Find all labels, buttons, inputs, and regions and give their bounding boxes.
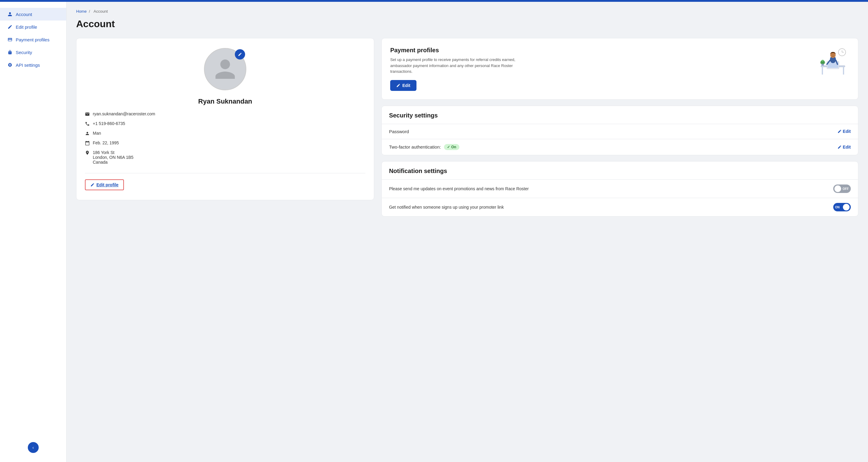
tfa-edit-link[interactable]: Edit [837,145,851,150]
tfa-row: Two-factor authentication: ✓ On Edit [382,139,858,155]
sidebar-item-api-settings[interactable]: API settings [0,59,66,71]
notif-label-0: Please send me updates on event promotio… [389,186,529,191]
notif-toggle-knob-1 [843,204,849,210]
person-icon [7,11,13,17]
payment-icon [7,37,13,42]
payment-card-content: Payment profiles Set up a payment profil… [390,47,796,91]
sidebar-item-api-label: API settings [16,63,40,68]
main-content: Home / Account Account Ryan Sukn [66,2,868,462]
svg-point-11 [834,55,834,55]
sidebar-item-payment-profiles[interactable]: Payment profiles [0,33,66,46]
email-icon [85,112,90,118]
breadcrumb-separator: / [89,9,90,13]
profile-name: Ryan Suknandan [85,98,365,105]
notif-toggle-on-label-1: ON [835,205,840,209]
svg-point-10 [832,55,832,55]
avatar-wrapper [204,48,246,90]
security-settings-card: Security settings Password Edit Two-fact… [381,106,858,155]
avatar-edit-button[interactable] [235,49,245,60]
profile-dob: Feb. 22, 1995 [93,140,119,145]
password-edit-link[interactable]: Edit [837,129,851,134]
payment-heading: Payment profiles [390,47,796,54]
tfa-status-badge: ✓ On [444,144,459,150]
password-label: Password [389,129,409,134]
profile-gender-row: Man [85,131,365,137]
profile-gender: Man [93,131,101,136]
tfa-edit-icon [837,145,842,149]
tfa-status-text: On [451,145,456,149]
page-title: Account [76,19,858,30]
sidebar-collapse-button[interactable]: ‹ [28,442,39,453]
notif-label-1: Get notified when someone signs up using… [389,205,504,209]
tfa-edit-label: Edit [843,145,851,150]
sidebar-item-security[interactable]: Security [0,46,66,59]
tfa-label: Two-factor authentication: [389,144,441,150]
svg-point-16 [820,61,823,64]
notif-toggle-1[interactable]: ON [833,203,851,211]
svg-rect-4 [822,67,823,74]
profile-address-line3: Canada [93,160,133,165]
avatar-person-icon [213,57,237,81]
phone-icon [85,121,90,127]
password-edit-label: Edit [843,129,851,134]
gender-icon [85,131,90,137]
profile-address-line2: London, ON N6A 1B5 [93,155,133,160]
lock-icon [7,50,13,55]
edit-profile-label: Edit profile [96,183,119,187]
tfa-left: Two-factor authentication: ✓ On [389,144,459,150]
right-column: Payment profiles Set up a payment profil… [381,38,858,217]
payment-edit-label: Edit [402,83,410,88]
profile-address-line1: 186 York St [93,150,133,155]
profile-dob-row: Feb. 22, 1995 [85,140,365,146]
notif-toggle-track-0[interactable]: OFF [833,185,851,193]
edit-icon [90,183,95,187]
notif-row-0: Please send me updates on event promotio… [382,179,858,198]
profile-info: ryan.suknandan@raceroster.com +1 519-860… [85,111,365,165]
profile-card: Ryan Suknandan ryan.suknandan@raceroster… [76,38,374,200]
profile-edit-btn-row: Edit profile [85,173,365,190]
breadcrumb-current: Account [94,9,108,13]
profile-address: 186 York St London, ON N6A 1B5 Canada [93,150,133,165]
profile-phone: +1 519-860-6735 [93,121,125,126]
sidebar-item-account[interactable]: Account [0,8,66,21]
content-grid: Ryan Suknandan ryan.suknandan@raceroster… [76,38,858,217]
notif-row-1: Get notified when someone signs up using… [382,198,858,216]
payment-illustration [801,47,849,77]
payment-profiles-card: Payment profiles Set up a payment profil… [381,38,858,100]
password-row: Password Edit [382,124,858,139]
profile-address-row: 186 York St London, ON N6A 1B5 Canada [85,150,365,165]
sidebar: Account Edit profile Payment profiles Se… [0,2,66,462]
gear-icon [7,62,13,68]
edit-profile-icon [7,24,13,30]
notif-toggle-knob-0 [834,186,841,192]
security-heading: Security settings [382,106,858,124]
svg-rect-5 [843,67,844,74]
notif-toggle-0[interactable]: OFF [833,185,851,193]
breadcrumb: Home / Account [76,9,858,13]
payment-edit-button[interactable]: Edit [390,80,416,91]
breadcrumb-home[interactable]: Home [76,9,87,13]
sidebar-item-payment-label: Payment profiles [16,37,50,42]
check-icon: ✓ [447,145,450,149]
password-edit-icon [837,129,842,133]
sidebar-item-edit-profile-label: Edit profile [16,25,37,30]
notif-heading: Notification settings [382,162,858,179]
notif-toggle-track-1[interactable]: ON [833,203,851,211]
payment-edit-icon [396,83,400,88]
calendar-icon [85,141,90,146]
sidebar-item-edit-profile[interactable]: Edit profile [0,21,66,33]
chevron-left-icon: ‹ [32,445,34,450]
profile-email: ryan.suknandan@raceroster.com [93,111,155,116]
sidebar-item-security-label: Security [16,50,32,55]
pencil-icon [238,52,242,57]
profile-email-row: ryan.suknandan@raceroster.com [85,111,365,118]
notification-settings-card: Notification settings Please send me upd… [381,161,858,217]
location-icon [85,151,90,156]
edit-profile-button[interactable]: Edit profile [85,179,124,190]
svg-point-17 [823,61,825,64]
sidebar-item-account-label: Account [16,12,32,17]
notif-toggle-off-label-0: OFF [843,187,849,190]
payment-desc: Set up a payment profile to receive paym… [390,57,517,74]
profile-phone-row: +1 519-860-6735 [85,121,365,127]
